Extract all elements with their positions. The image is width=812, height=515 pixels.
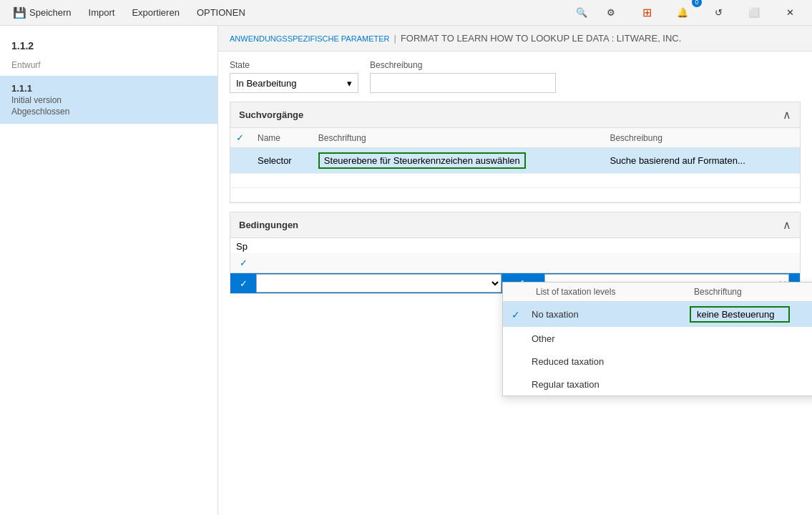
import-label: Import bbox=[89, 7, 115, 18]
save-button[interactable]: 💾 Speichern bbox=[6, 4, 79, 22]
refresh-icon: ↺ bbox=[715, 7, 723, 18]
close-icon: ✕ bbox=[786, 7, 794, 18]
maximize-button[interactable]: ⬜ bbox=[738, 0, 771, 26]
titlebar: 💾 Speichern Import Exportieren OPTIONEN … bbox=[0, 0, 812, 26]
state-label: State bbox=[230, 60, 358, 70]
dropdown-item-caption-3 bbox=[684, 380, 812, 388]
bedingungen-header[interactable]: Bedingungen ∧ bbox=[230, 212, 800, 238]
export-label: Exportieren bbox=[132, 7, 179, 18]
bedingungen-collapse-button[interactable]: ∧ bbox=[783, 218, 791, 232]
state-row: State In Bearbeitung ▾ Beschreibung bbox=[218, 52, 812, 102]
row-beschreibung: Suche basierend auf Formaten... bbox=[604, 148, 800, 174]
office-button[interactable]: ⊞ bbox=[630, 0, 663, 26]
office-icon: ⊞ bbox=[642, 6, 652, 19]
dropdown-item-name-0: No taxation bbox=[529, 305, 684, 324]
options-label: OPTIONEN bbox=[197, 7, 245, 18]
table-row[interactable]: Selector Steuerebene für Steuerkennzeich… bbox=[230, 148, 800, 174]
content-area: ANWENDUNGSSPEZIFISCHE PARAMETER | FORMAT… bbox=[218, 26, 812, 515]
dropdown-item-2[interactable]: Reduced taxation bbox=[503, 350, 812, 373]
notification-wrapper: 🔔 0 bbox=[666, 0, 699, 26]
header-checkmark-icon: ✓ bbox=[236, 132, 244, 143]
save-icon: 💾 bbox=[13, 6, 26, 19]
dropdown-item-3[interactable]: Regular taxation bbox=[503, 373, 812, 396]
sidebar-item-1-1-1[interactable]: 1.1.1 Initial version Abgeschlossen bbox=[0, 76, 217, 124]
state-field: State In Bearbeitung ▾ bbox=[230, 60, 358, 93]
notification-badge: 0 bbox=[692, 0, 702, 7]
state-select[interactable]: In Bearbeitung ▾ bbox=[230, 73, 358, 93]
gear-button[interactable]: ⚙ bbox=[595, 0, 627, 26]
suchvorgaenge-table: ✓ Name Beschriftung Beschreibung Selecto… bbox=[230, 128, 800, 202]
suchvorgaenge-header[interactable]: Suchvorgänge ∧ bbox=[230, 102, 800, 128]
dropdown-item-name-1: Other bbox=[529, 329, 684, 348]
dropdown-col-beschriftung: Beschriftung bbox=[687, 283, 812, 301]
row-name: Selector bbox=[252, 148, 313, 174]
sidebar-draft: Entwurf bbox=[0, 57, 217, 76]
gear-icon: ⚙ bbox=[607, 7, 615, 18]
row-beschriftung-value: Steuerebene für Steuerkennzeichen auswäh… bbox=[324, 155, 520, 166]
suchvorgaenge-section: Suchvorgänge ∧ ✓ Name Beschriftung Besch… bbox=[230, 102, 801, 203]
item-sub2: Abgeschlossen bbox=[11, 107, 206, 117]
breadcrumb-separator: | bbox=[394, 33, 396, 44]
row-checkmark-cell: ✓ bbox=[230, 278, 256, 289]
dropdown-item-0[interactable]: ✓ No taxation keine Besteuerung bbox=[503, 302, 812, 327]
bedingungen-title: Bedingungen bbox=[239, 220, 298, 230]
close-button[interactable]: ✕ bbox=[773, 0, 806, 26]
bedingungen-select-1[interactable] bbox=[256, 274, 502, 293]
bedingungen-sp-label: Sp bbox=[230, 238, 800, 253]
dropdown-item-caption-0: keine Besteuerung bbox=[684, 302, 812, 327]
options-button[interactable]: OPTIONEN bbox=[190, 4, 253, 21]
row-check bbox=[230, 148, 252, 174]
beschreibung-input[interactable] bbox=[370, 73, 556, 93]
export-button[interactable]: Exportieren bbox=[124, 4, 186, 21]
beschreibung-field: Beschreibung bbox=[370, 60, 556, 93]
search-button[interactable]: 🔍 bbox=[572, 3, 592, 23]
bedingungen-header-row: ✓ bbox=[230, 253, 800, 273]
suchvorgaenge-title: Suchvorgänge bbox=[239, 109, 303, 120]
dropdown-item-caption-2 bbox=[684, 357, 812, 366]
refresh-button[interactable]: ↺ bbox=[702, 0, 735, 26]
row-beschriftung: Steuerebene für Steuerkennzeichen auswäh… bbox=[313, 148, 605, 174]
import-button[interactable]: Import bbox=[82, 4, 122, 21]
col-beschriftung-header: Beschriftung bbox=[313, 128, 605, 148]
item-sub1: Initial version bbox=[11, 95, 206, 105]
empty-row-2 bbox=[230, 188, 800, 202]
dropdown-item-1[interactable]: Other bbox=[503, 327, 812, 350]
main-layout: 1.1.2 Entwurf 1.1.1 Initial version Abge… bbox=[0, 26, 812, 515]
row-checkmark-icon: ✓ bbox=[240, 278, 248, 289]
suchvorgaenge-header-row: ✓ Name Beschriftung Beschreibung bbox=[230, 128, 800, 148]
header-check-icon: ✓ bbox=[240, 258, 248, 268]
sidebar: 1.1.2 Entwurf 1.1.1 Initial version Abge… bbox=[0, 26, 218, 515]
breadcrumb-part1[interactable]: ANWENDUNGSSPEZIFISCHE PARAMETER bbox=[230, 34, 390, 43]
breadcrumb: ANWENDUNGSSPEZIFISCHE PARAMETER | FORMAT… bbox=[218, 26, 812, 52]
maximize-icon: ⬜ bbox=[748, 7, 760, 18]
caption-box-0: keine Besteuerung bbox=[690, 306, 790, 323]
state-value: In Bearbeitung bbox=[236, 78, 297, 89]
item-number: 1.1.1 bbox=[11, 83, 206, 94]
sidebar-version: 1.1.2 bbox=[0, 34, 217, 57]
dropdown-item-caption-1 bbox=[684, 334, 812, 343]
dropdown-item-name-3: Regular taxation bbox=[529, 375, 684, 394]
save-label: Speichern bbox=[29, 7, 72, 18]
empty-row-1 bbox=[230, 174, 800, 188]
dropdown-item-name-2: Reduced taxation bbox=[529, 352, 684, 371]
suchvorgaenge-collapse-button[interactable]: ∧ bbox=[783, 108, 791, 122]
dropdown-check-0-icon: ✓ bbox=[503, 309, 529, 320]
beschreibung-label: Beschreibung bbox=[370, 60, 556, 70]
bedingungen-header-check: ✓ bbox=[230, 258, 256, 268]
breadcrumb-part2: FORMAT TO LEARN HOW TO LOOKUP LE DATA : … bbox=[401, 33, 681, 44]
dropdown-col-name: List of taxation levels bbox=[529, 283, 687, 301]
search-icon: 🔍 bbox=[576, 7, 587, 18]
col-name-header: Name bbox=[252, 128, 313, 148]
dropdown-header: List of taxation levels Beschriftung bbox=[503, 283, 812, 302]
col-check: ✓ bbox=[230, 128, 252, 148]
dropdown-panel: List of taxation levels Beschriftung ✓ N… bbox=[502, 282, 812, 396]
sp-text: Sp bbox=[236, 241, 248, 252]
col-beschreibung-header: Beschreibung bbox=[604, 128, 800, 148]
notification-icon: 🔔 bbox=[677, 7, 688, 18]
state-chevron-icon: ▾ bbox=[347, 78, 352, 89]
